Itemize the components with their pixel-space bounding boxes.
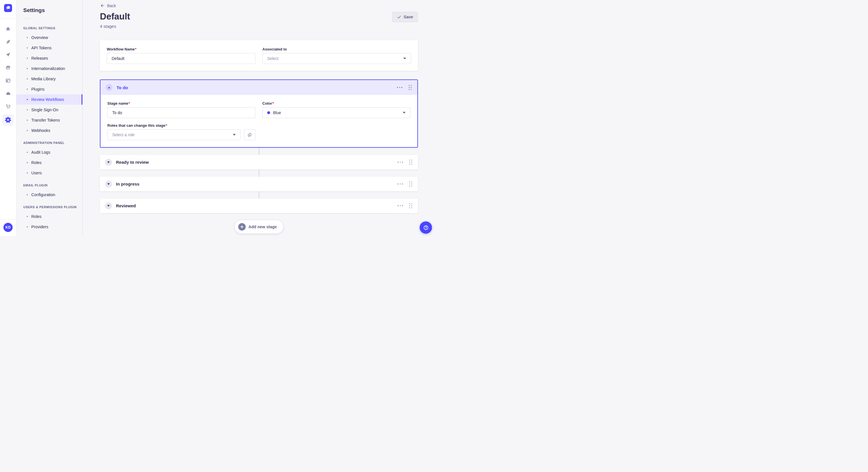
- save-button[interactable]: Save: [392, 12, 418, 22]
- rail-nav: [2, 19, 14, 127]
- stage-drag-handle[interactable]: [409, 181, 413, 187]
- workflow-name-input[interactable]: [107, 53, 255, 64]
- plus-icon: [238, 223, 246, 231]
- stage-connector: [259, 191, 259, 198]
- sidebar-item-transfer-tokens[interactable]: Transfer Tokens: [17, 115, 82, 125]
- content-manager-icon[interactable]: [3, 37, 13, 47]
- bullet-icon: [27, 194, 28, 195]
- bullet-icon: [27, 109, 28, 110]
- media-library-icon[interactable]: [3, 63, 13, 73]
- stage-roles-label: Roles that can change this stage*: [107, 123, 241, 128]
- stage-drag-handle[interactable]: [409, 203, 413, 209]
- sidebar-item-admin-users[interactable]: Users: [17, 168, 82, 178]
- stage-actions: [397, 203, 413, 209]
- stage-color-label: Color*: [262, 101, 410, 105]
- stage-title: To do: [117, 85, 128, 90]
- check-icon: [397, 15, 401, 19]
- sidebar-item-plugins[interactable]: Plugins: [17, 84, 82, 94]
- stage-more-button[interactable]: [397, 205, 404, 207]
- sidebar-item-up-roles[interactable]: Roles: [17, 211, 82, 222]
- question-mark-icon: [423, 225, 429, 231]
- stage-accordion-header[interactable]: Ready to review: [100, 155, 418, 169]
- expand-toggle[interactable]: [105, 181, 112, 188]
- sidebar-item-internationalization[interactable]: Internationalization: [17, 63, 82, 74]
- strapi-logo[interactable]: [4, 4, 12, 12]
- back-link[interactable]: Back: [100, 3, 116, 8]
- page-header: Default 4 stages Save: [100, 12, 418, 29]
- stage-drag-handle[interactable]: [409, 159, 413, 165]
- page-title: Default: [100, 12, 130, 22]
- stage-more-button[interactable]: [396, 86, 403, 89]
- stage-connector: [259, 148, 259, 155]
- user-avatar[interactable]: KD: [3, 223, 12, 232]
- sidebar-item-up-providers[interactable]: Providers: [17, 222, 82, 232]
- stage-name-label: Stage name*: [107, 101, 255, 105]
- releases-icon[interactable]: [3, 49, 13, 60]
- main-content: Back Default 4 stages Save Workflow Name…: [83, 0, 434, 236]
- sidebar-item-single-sign-on[interactable]: Single Sign-On: [17, 105, 82, 115]
- sidebar-item-webhooks[interactable]: Webhooks: [17, 125, 82, 136]
- strapi-logo-icon: [6, 6, 10, 10]
- rail-bottom-divider: [0, 219, 16, 220]
- stage-title: Reviewed: [116, 203, 136, 208]
- chevron-up-icon: [108, 87, 110, 88]
- required-asterisk: *: [166, 123, 167, 128]
- page-subtitle: 4 stages: [100, 24, 130, 29]
- help-button[interactable]: [420, 222, 432, 234]
- stage-name-input[interactable]: [107, 107, 255, 118]
- bullet-icon: [27, 130, 28, 131]
- sidebar-item-api-tokens[interactable]: API Tokens: [17, 43, 82, 53]
- stage-color-field: Color* Blue: [262, 101, 410, 118]
- stage-card-todo: To do Stage name* Color* Blue: [100, 79, 418, 148]
- stage-accordion-header[interactable]: Reviewed: [100, 198, 418, 213]
- expand-toggle[interactable]: [105, 202, 112, 209]
- stage-color-select[interactable]: Blue: [262, 107, 410, 118]
- section-administration-panel: ADMINISTRATION PANEL Audit Logs Roles Us…: [17, 138, 82, 178]
- add-new-stage-button[interactable]: Add new stage: [235, 220, 283, 233]
- associated-to-select[interactable]: Select: [262, 53, 411, 64]
- stage-accordion-header-todo[interactable]: To do: [100, 80, 417, 95]
- color-swatch-blue: [267, 111, 270, 114]
- stage-name-field: Stage name*: [107, 101, 255, 118]
- sidebar-item-audit-logs[interactable]: Audit Logs: [17, 147, 82, 158]
- stage-drag-handle[interactable]: [408, 84, 412, 91]
- associated-to-label: Associated to: [262, 47, 411, 51]
- chevron-down-icon: [107, 162, 110, 163]
- home-icon[interactable]: [3, 24, 13, 34]
- sidebar-item-releases[interactable]: Releases: [17, 53, 82, 63]
- sidebar-item-overview[interactable]: Overview: [17, 32, 82, 43]
- stage-more-button[interactable]: [397, 161, 404, 164]
- drag-handle-icon: [409, 160, 412, 165]
- stage-more-button[interactable]: [397, 183, 404, 185]
- stage-card-reviewed: Reviewed: [100, 198, 418, 213]
- stage-connector: [259, 169, 259, 177]
- collapse-toggle[interactable]: [105, 84, 113, 91]
- content-type-builder-icon[interactable]: [3, 75, 13, 86]
- more-icon: [398, 183, 403, 185]
- workflow-name-field: Workflow Name*: [107, 47, 255, 64]
- add-stage-row: Add new stage: [100, 220, 418, 233]
- section-header: USERS & PERMISSIONS PLUGIN: [17, 203, 82, 211]
- drag-handle-icon: [409, 85, 412, 90]
- stage-card-in-progress: In progress: [100, 177, 418, 191]
- sidebar-item-media-library[interactable]: Media Library: [17, 74, 82, 84]
- sidebar-item-email-configuration[interactable]: Configuration: [17, 190, 82, 200]
- sidebar-item-review-workflows[interactable]: Review Workflows: [17, 94, 82, 105]
- chevron-down-icon: [403, 112, 406, 113]
- stage-form: Stage name* Color* Blue Roles that can c…: [100, 95, 417, 147]
- section-header: GLOBAL SETTINGS: [17, 24, 82, 32]
- associated-to-field: Associated to Select: [262, 47, 411, 64]
- stage-actions: [397, 159, 413, 165]
- marketplace-icon[interactable]: [3, 101, 13, 111]
- stage-roles-select[interactable]: Select a role: [107, 129, 241, 140]
- duplicate-roles-button[interactable]: [244, 129, 255, 140]
- chevron-down-icon: [107, 205, 110, 207]
- settings-icon[interactable]: [2, 114, 14, 126]
- expand-toggle[interactable]: [105, 159, 112, 166]
- sidebar-item-admin-roles[interactable]: Roles: [17, 158, 82, 168]
- arrow-left-icon: [100, 3, 105, 8]
- drag-handle-icon: [409, 181, 412, 187]
- cloud-icon[interactable]: [3, 88, 13, 99]
- bullet-icon: [27, 226, 28, 227]
- stage-accordion-header[interactable]: In progress: [100, 177, 418, 191]
